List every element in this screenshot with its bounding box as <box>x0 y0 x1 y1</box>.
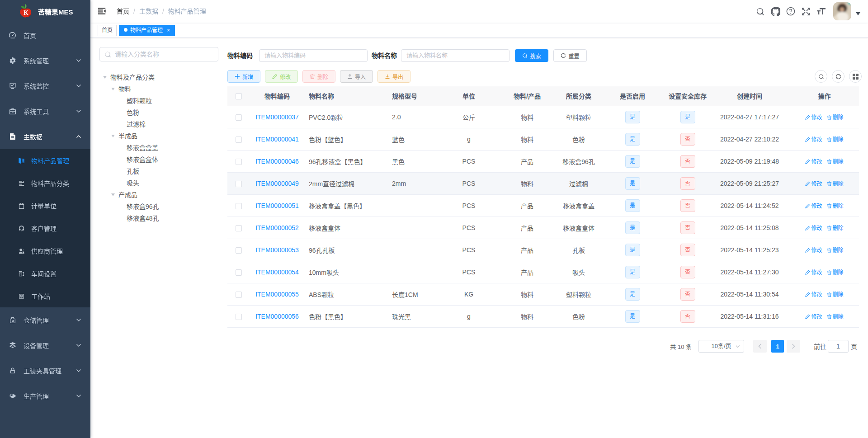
svg-text:K: K <box>24 9 28 16</box>
